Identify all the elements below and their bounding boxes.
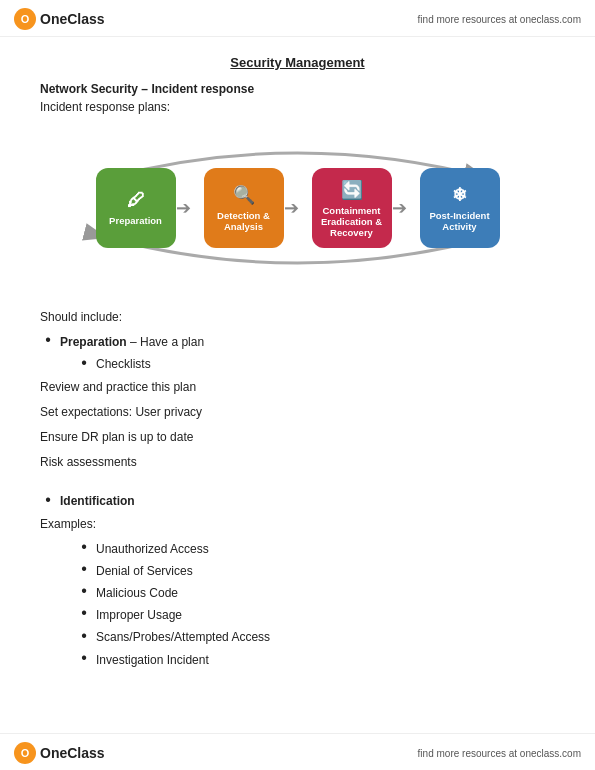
box-preparation: 🖊 Preparation (96, 168, 176, 248)
logo-circle: O (14, 8, 36, 30)
box-containment: 🔄 Containment Eradication & Recovery (312, 168, 392, 248)
bullet-dot-e1 (76, 539, 92, 555)
example-denial: Denial of Services (76, 562, 555, 581)
footer-tagline: find more resources at oneclass.com (418, 748, 581, 759)
examples-label: Examples: (40, 515, 555, 534)
example-malicious: Malicious Code (76, 584, 555, 603)
bullet-dot-e3 (76, 583, 92, 599)
header: O OneClass find more resources at onecla… (0, 0, 595, 37)
network-heading: Network Security – Incident response (40, 82, 555, 96)
post-incident-label: Post-Incident Activity (426, 210, 494, 232)
logo-initial: O (21, 13, 30, 25)
page-title: Security Management (40, 55, 555, 70)
example-scans-text: Scans/Probes/Attempted Access (96, 628, 270, 647)
bullet-dot-1 (40, 332, 56, 348)
examples-list: Unauthorized Access Denial of Services M… (40, 540, 555, 670)
identification-label: Identification (60, 492, 135, 511)
logo: O OneClass (14, 8, 105, 30)
example-investigation-text: Investigation Incident (96, 651, 209, 670)
main-content: Security Management Network Security – I… (0, 37, 595, 691)
should-include-label: Should include: (40, 308, 555, 327)
bullet-preparation: Preparation – Have a plan (40, 333, 555, 352)
example-unauthorized-text: Unauthorized Access (96, 540, 209, 559)
containment-icon: 🔄 (341, 179, 363, 201)
footer-logo-circle: O (14, 742, 36, 764)
bullet-dot-e6 (76, 650, 92, 666)
bullet-dot-id (40, 491, 56, 507)
arrow-2: ➔ (284, 200, 312, 216)
plans-label: Incident response plans: (40, 100, 555, 114)
bullet-dot-e2 (76, 561, 92, 577)
bullet-checklists-container: Checklists (40, 355, 555, 374)
ensure-dr-text: Ensure DR plan is up to date (40, 428, 555, 447)
detection-icon: 🔍 (233, 184, 255, 206)
bullet-checklists-text: Checklists (96, 355, 151, 374)
header-tagline: find more resources at oneclass.com (418, 14, 581, 25)
review-text: Review and practice this plan (40, 378, 555, 397)
bullet-dot-e5 (76, 627, 92, 643)
example-improper-text: Improper Usage (96, 606, 182, 625)
example-unauthorized: Unauthorized Access (76, 540, 555, 559)
bullet-dot-e4 (76, 605, 92, 621)
example-scans: Scans/Probes/Attempted Access (76, 628, 555, 647)
example-malicious-text: Malicious Code (96, 584, 178, 603)
example-denial-text: Denial of Services (96, 562, 193, 581)
bullet-dot-2 (76, 354, 92, 370)
containment-label: Containment Eradication & Recovery (318, 205, 386, 238)
diagram-boxes: 🖊 Preparation ➔ 🔍 Detection & Analysis ➔… (96, 168, 500, 248)
arrow-1: ➔ (176, 200, 204, 216)
preparation-icon: 🖊 (127, 190, 145, 211)
footer-logo-text: OneClass (40, 745, 105, 761)
bullet-identification: Identification (40, 492, 555, 511)
arrow-3: ➔ (392, 200, 420, 216)
example-improper: Improper Usage (76, 606, 555, 625)
set-expectations-text: Set expectations: User privacy (40, 403, 555, 422)
preparation-label: Preparation (109, 215, 162, 226)
incident-response-diagram: 🖊 Preparation ➔ 🔍 Detection & Analysis ➔… (40, 128, 555, 288)
risk-assessments-text: Risk assessments (40, 453, 555, 472)
logo-text: OneClass (40, 11, 105, 27)
example-investigation: Investigation Incident (76, 651, 555, 670)
footer-logo-initial: O (21, 747, 30, 759)
footer: O OneClass find more resources at onecla… (0, 733, 595, 770)
box-detection: 🔍 Detection & Analysis (204, 168, 284, 248)
bullet-checklists: Checklists (76, 355, 555, 374)
post-incident-icon: ❄ (452, 184, 467, 206)
detection-label: Detection & Analysis (210, 210, 278, 232)
footer-logo: O OneClass (14, 742, 105, 764)
box-post-incident: ❄ Post-Incident Activity (420, 168, 500, 248)
